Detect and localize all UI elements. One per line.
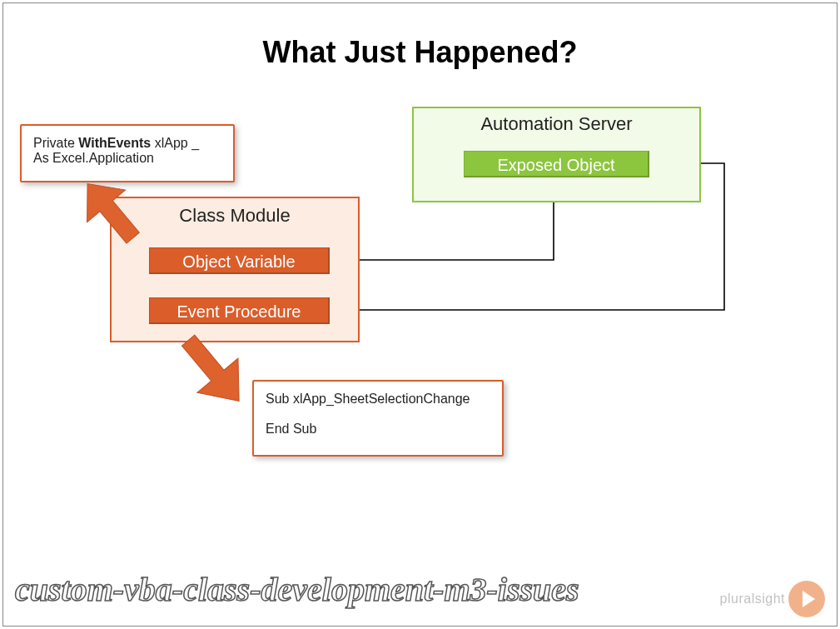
arrow-down-right-icon — [158, 323, 266, 415]
sub-callout: Sub xlApp_SheetSelectionChange End Sub — [252, 380, 504, 457]
callout-top-suffix1: xlApp _ — [151, 136, 199, 150]
callout-bottom-line2: End Sub — [266, 422, 490, 437]
callout-top-prefix: Private — [33, 136, 78, 150]
play-icon — [788, 581, 825, 617]
callout-bottom-line1: Sub xlApp_SheetSelectionChange — [266, 392, 490, 407]
pluralsight-text: pluralsight — [720, 592, 785, 607]
automation-server-title: Automation Server — [414, 113, 699, 135]
callout-top-line1: Private WithEvents xlApp _ — [33, 136, 221, 151]
pluralsight-logo: pluralsight — [720, 581, 825, 617]
arrow-up-left-icon — [62, 167, 162, 258]
callout-top-line2: As Excel.Application — [33, 151, 221, 166]
callout-top-keyword: WithEvents — [78, 136, 151, 150]
watermark-text: custom-vba-class-development-m3-issues — [15, 570, 579, 609]
automation-server-panel: Automation Server Exposed Object — [412, 107, 701, 202]
slide-title: What Just Happened? — [0, 35, 840, 70]
object-variable-bar: Object Variable — [149, 247, 330, 274]
event-procedure-bar: Event Procedure — [149, 297, 330, 324]
exposed-object-bar: Exposed Object — [464, 151, 649, 177]
